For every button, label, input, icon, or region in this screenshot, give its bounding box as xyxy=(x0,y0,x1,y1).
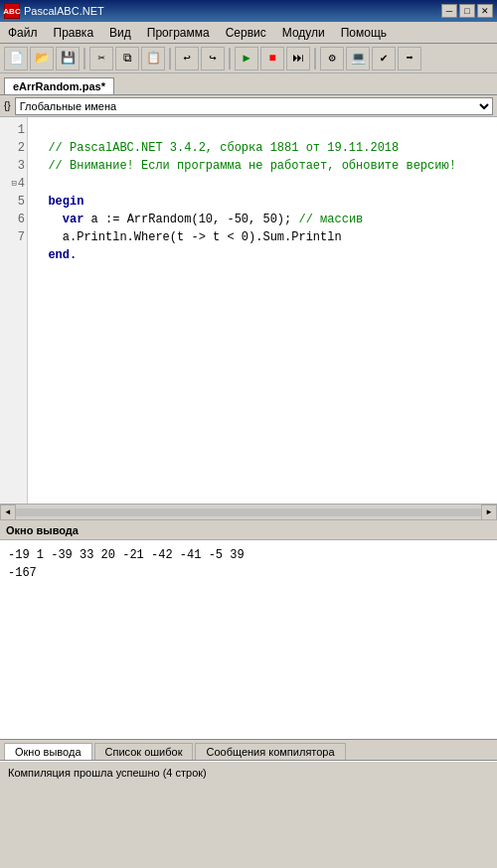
editor: 1 2 3 ⊟4 5 6 7 // PascalABC.NET 3.4.2, с… xyxy=(0,117,497,505)
line-number: 2 xyxy=(2,139,25,157)
scope-dropdown[interactable]: Глобальные имена xyxy=(15,97,493,115)
line-number: 3 xyxy=(2,157,25,175)
menu-bar: Файл Правка Вид Программа Сервис Модули … xyxy=(0,22,497,44)
copy-button[interactable]: ⧉ xyxy=(115,47,139,71)
output-line-1: -19 1 -39 33 20 -21 -42 -41 -5 39 xyxy=(8,546,489,564)
status-text: Компиляция прошла успешно (4 строк) xyxy=(8,767,207,779)
window-controls: ─ □ ✕ xyxy=(441,4,493,18)
output-line-2: -167 xyxy=(8,564,489,582)
status-bar: Компиляция прошла успешно (4 строк) xyxy=(0,761,497,783)
menu-help[interactable]: Помощь xyxy=(337,24,391,42)
line-number: 6 xyxy=(2,211,25,228)
stop-button[interactable]: ■ xyxy=(260,47,284,71)
tab-compiler-messages[interactable]: Сообщения компилятора xyxy=(195,743,345,760)
check-button[interactable]: ✔ xyxy=(372,47,396,71)
menu-view[interactable]: Вид xyxy=(105,24,135,42)
output-panel: -19 1 -39 33 20 -21 -42 -41 -5 39 -167 xyxy=(0,540,497,739)
tab-errors[interactable]: Список ошибок xyxy=(94,743,194,760)
arrow-button[interactable]: ➡ xyxy=(398,47,421,71)
scroll-track[interactable] xyxy=(16,508,481,516)
undo-button[interactable]: ↩ xyxy=(175,47,199,71)
scroll-right-arrow[interactable]: ► xyxy=(481,505,497,520)
horizontal-scrollbar[interactable]: ◄ ► xyxy=(0,505,497,520)
cut-button[interactable]: ✂ xyxy=(89,47,113,71)
output-label: Окно вывода xyxy=(0,520,497,540)
save-button[interactable]: 💾 xyxy=(56,47,80,71)
minimize-button[interactable]: ─ xyxy=(441,4,457,18)
separator-2 xyxy=(169,48,171,70)
tab-earrrandom[interactable]: eArrRandom.pas* xyxy=(4,77,114,94)
new-button[interactable]: 📄 xyxy=(4,47,28,71)
settings-button[interactable]: ⚙ xyxy=(320,47,344,71)
line-number: 1 xyxy=(2,121,25,139)
menu-file[interactable]: Файл xyxy=(4,24,42,42)
menu-program[interactable]: Программа xyxy=(143,24,214,42)
paste-button[interactable]: 📋 xyxy=(141,47,165,71)
app-icon: ABC xyxy=(4,3,20,19)
tab-output[interactable]: Окно вывода xyxy=(4,743,92,760)
scope-icon: {} xyxy=(4,100,11,111)
close-button[interactable]: ✕ xyxy=(477,4,493,18)
toolbar: 📄 📂 💾 ✂ ⧉ 📋 ↩ ↪ ▶ ■ ⏭ ⚙ 💻 ✔ ➡ xyxy=(0,44,497,73)
line-numbers: 1 2 3 ⊟4 5 6 7 xyxy=(0,117,28,504)
scroll-left-arrow[interactable]: ◄ xyxy=(0,505,16,520)
bottom-tab-bar: Окно вывода Список ошибок Сообщения комп… xyxy=(0,739,497,761)
scope-bar: {} Глобальные имена xyxy=(0,95,497,117)
maximize-button[interactable]: □ xyxy=(459,4,475,18)
menu-modules[interactable]: Модули xyxy=(278,24,329,42)
app-title: PascalABC.NET xyxy=(24,5,437,17)
menu-edit[interactable]: Правка xyxy=(50,24,98,42)
tab-bar: eArrRandom.pas* xyxy=(0,73,497,95)
open-button[interactable]: 📂 xyxy=(30,47,54,71)
console-button[interactable]: 💻 xyxy=(346,47,370,71)
line-number: ⊟4 xyxy=(2,175,25,193)
separator-3 xyxy=(229,48,231,70)
code-editor[interactable]: // PascalABC.NET 3.4.2, сборка 1881 от 1… xyxy=(28,117,497,504)
separator-1 xyxy=(83,48,85,70)
menu-service[interactable]: Сервис xyxy=(222,24,270,42)
step-button[interactable]: ⏭ xyxy=(286,47,310,71)
line-number: 7 xyxy=(2,228,25,246)
run-button[interactable]: ▶ xyxy=(235,47,258,71)
title-bar: ABC PascalABC.NET ─ □ ✕ xyxy=(0,0,497,22)
separator-4 xyxy=(314,48,316,70)
redo-button[interactable]: ↪ xyxy=(201,47,225,71)
line-number: 5 xyxy=(2,193,25,211)
